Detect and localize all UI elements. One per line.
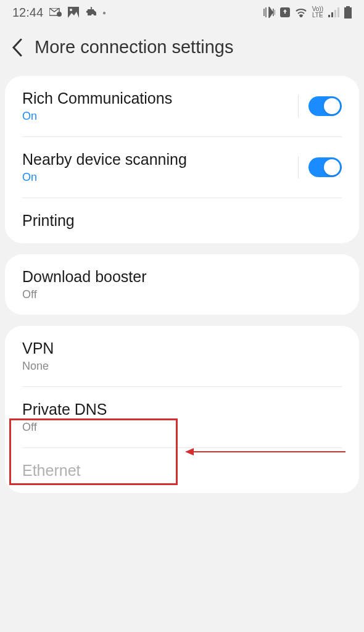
more-dot: ● <box>102 9 106 16</box>
ethernet-row[interactable]: Ethernet <box>5 448 359 493</box>
svg-point-5 <box>300 15 302 17</box>
page-title: More connection settings <box>35 37 233 57</box>
nearby-scanning-status: On <box>22 171 187 184</box>
rich-communications-row[interactable]: Rich Communications On <box>5 76 359 136</box>
back-button[interactable] <box>11 38 22 57</box>
rich-communications-status: On <box>22 110 172 123</box>
svg-point-3 <box>70 9 72 11</box>
svg-point-1 <box>57 12 62 17</box>
signal-icon <box>328 7 339 17</box>
svg-rect-11 <box>344 7 352 19</box>
wifi-icon <box>295 7 307 17</box>
nearby-scanning-title: Nearby device scanning <box>22 151 187 168</box>
download-booster-status: Off <box>22 288 147 301</box>
image-icon <box>68 7 79 18</box>
mail-icon <box>49 8 62 17</box>
battery-icon <box>344 6 352 19</box>
vibrate-icon <box>263 7 275 18</box>
puzzle-icon <box>85 7 96 18</box>
ethernet-title: Ethernet <box>22 462 81 480</box>
private-dns-row[interactable]: Private DNS Off <box>5 387 359 447</box>
nearby-scanning-row[interactable]: Nearby device scanning On <box>5 137 359 198</box>
private-dns-title: Private DNS <box>22 401 107 418</box>
svg-rect-7 <box>331 12 333 17</box>
download-booster-title: Download booster <box>22 268 147 286</box>
toggle-divider <box>298 156 299 178</box>
settings-group-1: Rich Communications On Nearby device sca… <box>5 76 359 243</box>
vpn-row[interactable]: VPN None <box>5 326 359 386</box>
download-booster-row[interactable]: Download booster Off <box>5 254 359 315</box>
svg-rect-10 <box>346 6 350 7</box>
printing-title: Printing <box>22 212 75 230</box>
svg-rect-8 <box>334 10 336 17</box>
printing-row[interactable]: Printing <box>5 198 359 243</box>
toggle-divider <box>298 95 299 117</box>
svg-rect-9 <box>337 7 339 17</box>
status-bar: 12:44 ● Vo)) LTE <box>0 0 364 25</box>
nearby-scanning-toggle[interactable] <box>308 157 342 177</box>
lte-icon: Vo)) LTE <box>312 6 323 19</box>
rich-communications-toggle[interactable] <box>308 96 342 116</box>
vpn-status: None <box>22 360 54 373</box>
settings-group-3: VPN None Private DNS Off Ethernet <box>5 326 359 493</box>
private-dns-status: Off <box>22 421 107 434</box>
rich-communications-title: Rich Communications <box>22 89 172 107</box>
recycle-icon <box>280 7 290 17</box>
settings-group-2: Download booster Off <box>5 254 359 315</box>
header: More connection settings <box>0 25 364 76</box>
vpn-title: VPN <box>22 339 54 357</box>
status-time: 12:44 <box>12 6 43 20</box>
svg-rect-6 <box>328 15 330 17</box>
